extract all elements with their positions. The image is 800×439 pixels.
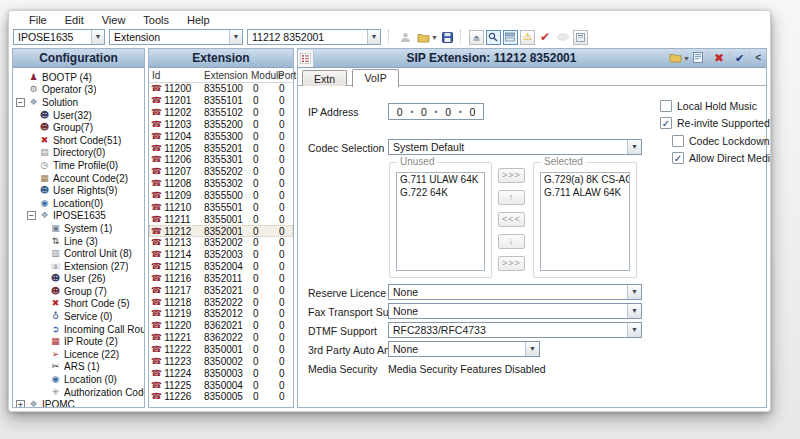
error-pane-icon[interactable]: ⚠ — [520, 30, 535, 45]
chevron-down-icon[interactable]: ▼ — [367, 30, 380, 44]
tree-item-incoming-call-route-15[interactable]: ➲Incoming Call Route (15) — [13, 323, 144, 336]
tree-collapse-icon[interactable]: − — [16, 98, 25, 107]
checked-checkbox-icon[interactable]: ✓ — [660, 117, 672, 129]
extension-row-11226[interactable]: ☎11226835000500 — [149, 391, 293, 403]
tree-item-ip-route-2[interactable]: ▦IP Route (2) — [13, 335, 144, 348]
tree-item-short-code-5[interactable]: ✖Short Code (5) — [13, 298, 144, 311]
help-pane-icon[interactable] — [573, 30, 588, 45]
ip-address-field[interactable]: 0• 0• 0• 0 — [388, 103, 484, 120]
extension-row-11217[interactable]: ☎11217835202100 — [149, 284, 293, 296]
codec-item[interactable]: G.729(a) 8K CS-ACELP — [541, 174, 629, 187]
tree-item-group-7[interactable]: ☻Group (7) — [13, 285, 144, 298]
tree-item-line-3[interactable]: ⇅Line (3) — [13, 235, 144, 248]
extension-row-11205[interactable]: ☎11205835520100 — [149, 142, 293, 154]
tree-item-location-0[interactable]: ◉Location(0) — [13, 197, 144, 210]
extension-row-11225[interactable]: ☎11225835000400 — [149, 379, 293, 391]
record-combo[interactable]: 11212 8352001 ▼ — [247, 29, 381, 45]
extension-row-11203[interactable]: ☎11203835520000 — [149, 119, 293, 131]
tree-item-operator-3[interactable]: ⚙Operator (3) — [13, 84, 144, 97]
extension-row-11214[interactable]: ☎11214835200300 — [149, 249, 293, 261]
move-left-button[interactable]: <<< — [498, 212, 525, 227]
extension-row-11216[interactable]: ☎11216835201100 — [149, 273, 293, 285]
extension-row-11211[interactable]: ☎11211835500100 — [149, 213, 293, 225]
extension-row-11202[interactable]: ☎11202835510200 — [149, 107, 293, 119]
chevron-down-icon[interactable]: ▼ — [627, 140, 641, 154]
tree-item-extension-27[interactable]: ☏Extension (27) — [13, 260, 144, 273]
column-header-id[interactable]: Id — [149, 70, 201, 81]
tree-item-solution[interactable]: −❖Solution — [13, 96, 144, 109]
move-all-right-button[interactable]: >>> — [498, 256, 525, 271]
extension-row-11210[interactable]: ☎11210835550100 — [149, 201, 293, 213]
tree-item-licence-22[interactable]: ➢Licence (22) — [13, 348, 144, 361]
tree-item-system-1[interactable]: ▣System (1) — [13, 222, 144, 235]
cancel-edit-icon[interactable]: ✖ — [714, 52, 724, 64]
extension-row-11218[interactable]: ☎11218835202200 — [149, 296, 293, 308]
extension-row-11219[interactable]: ☎11219835201200 — [149, 308, 293, 320]
codec-item[interactable]: G.711 ULAW 64K — [397, 174, 484, 187]
extension-row-11215[interactable]: ☎11215835200400 — [149, 261, 293, 273]
extension-row-11208[interactable]: ☎11208835530200 — [149, 178, 293, 190]
show-details-icon[interactable] — [486, 30, 501, 45]
tree-item-account-code-2[interactable]: ▦Account Code(2) — [13, 172, 144, 185]
ip-octet[interactable]: 0 — [469, 106, 475, 118]
extension-row-11204[interactable]: ☎11204835530000 — [149, 130, 293, 142]
menu-item-file[interactable]: File — [21, 14, 55, 28]
unchecked-checkbox-icon[interactable] — [672, 135, 684, 147]
collapse-panel-icon[interactable] — [469, 30, 484, 45]
codec-item[interactable]: G.711 ALAW 64K — [541, 187, 629, 200]
checkbox-re-invite-supported[interactable]: ✓Re-invite Supported — [660, 117, 770, 129]
tree-item-user-26[interactable]: ☻User (26) — [13, 273, 144, 286]
move-up-button[interactable]: ↑ — [498, 190, 525, 205]
tree-item-group-7[interactable]: ☻Group(7) — [13, 121, 144, 134]
checkbox-allow-direct-media-path[interactable]: ✓Allow Direct Media Path — [672, 152, 771, 164]
menu-item-view[interactable]: View — [94, 14, 134, 28]
auto-answer-dropdown[interactable]: None ▼ — [388, 341, 540, 357]
tab-extn[interactable]: Extn — [302, 70, 347, 87]
tree-item-service-0[interactable]: ♁Service (0) — [13, 310, 144, 323]
tree-item-time-profile-0[interactable]: ◷Time Profile(0) — [13, 159, 144, 172]
menu-item-edit[interactable]: Edit — [57, 14, 92, 28]
tree-item-short-code-51[interactable]: ✖Short Code(51) — [13, 134, 144, 147]
chevron-down-icon[interactable]: ▼ — [627, 304, 641, 318]
tab-voip[interactable]: VoIP — [352, 69, 398, 87]
extension-row-11207[interactable]: ☎11207835520200 — [149, 166, 293, 178]
record-type-combo[interactable]: Extension ▼ — [109, 29, 243, 45]
system-combo[interactable]: IPOSE1635 ▼ — [13, 29, 105, 45]
unchecked-checkbox-icon[interactable] — [660, 100, 672, 112]
chevron-down-icon[interactable]: ▼ — [627, 285, 641, 299]
tree-item-user-32[interactable]: ☻User(32) — [13, 109, 144, 122]
reserve-licence-dropdown[interactable]: None ▼ — [388, 284, 642, 300]
move-right-button[interactable]: >>> — [498, 168, 525, 183]
extension-row-11223[interactable]: ☎11223835000200 — [149, 355, 293, 367]
details-view-icon[interactable] — [298, 50, 314, 67]
extension-row-11221[interactable]: ☎11221836202200 — [149, 332, 293, 344]
extension-row-11201[interactable]: ☎11201835510100 — [149, 95, 293, 107]
ok-save-icon[interactable]: ✔ — [735, 53, 744, 64]
extension-row-11224[interactable]: ☎11224835000300 — [149, 367, 293, 379]
dtmf-support-dropdown[interactable]: RFC2833/RFC4733 ▼ — [388, 322, 642, 338]
extension-row-11200[interactable]: ☎11200835510000 — [149, 83, 293, 95]
menu-item-tools[interactable]: Tools — [135, 14, 177, 28]
unused-codec-list[interactable]: G.711 ULAW 64KG.722 64K — [396, 172, 485, 271]
checked-checkbox-icon[interactable]: ✓ — [672, 152, 684, 164]
tree-item-ars-1[interactable]: ✂ARS (1) — [13, 361, 144, 374]
ip-octet[interactable]: 0 — [421, 106, 427, 118]
tree-item-control-unit-8[interactable]: ▥Control Unit (8) — [13, 247, 144, 260]
open-config-icon[interactable] — [415, 30, 431, 45]
ip-octet[interactable]: 0 — [397, 106, 403, 118]
tree-item-ipomc[interactable]: +❖IPOMC — [13, 398, 144, 407]
chevron-down-icon[interactable]: ▼ — [627, 323, 641, 337]
extension-row-11222[interactable]: ☎11222835000100 — [149, 344, 293, 356]
chevron-down-icon[interactable]: ▼ — [525, 342, 539, 356]
validate-icon[interactable]: ✔ — [537, 30, 553, 45]
save-config-icon[interactable] — [440, 30, 456, 45]
tree-item-user-rights-9[interactable]: ☻User Rights(9) — [13, 184, 144, 197]
ip-octet[interactable]: 0 — [445, 106, 451, 118]
open-config-dropdown-icon[interactable]: ▼ — [431, 34, 438, 41]
codec-selection-dropdown[interactable]: System Default ▼ — [388, 139, 642, 155]
tree-item-ipose1635[interactable]: −❖IPOSE1635 — [13, 210, 144, 223]
column-header-extension[interactable]: Extension — [201, 70, 248, 81]
codec-item[interactable]: G.722 64K — [397, 187, 484, 200]
extension-row-11212[interactable]: ☎11212835200100 — [149, 225, 293, 237]
extension-row-11206[interactable]: ☎11206835530100 — [149, 154, 293, 166]
